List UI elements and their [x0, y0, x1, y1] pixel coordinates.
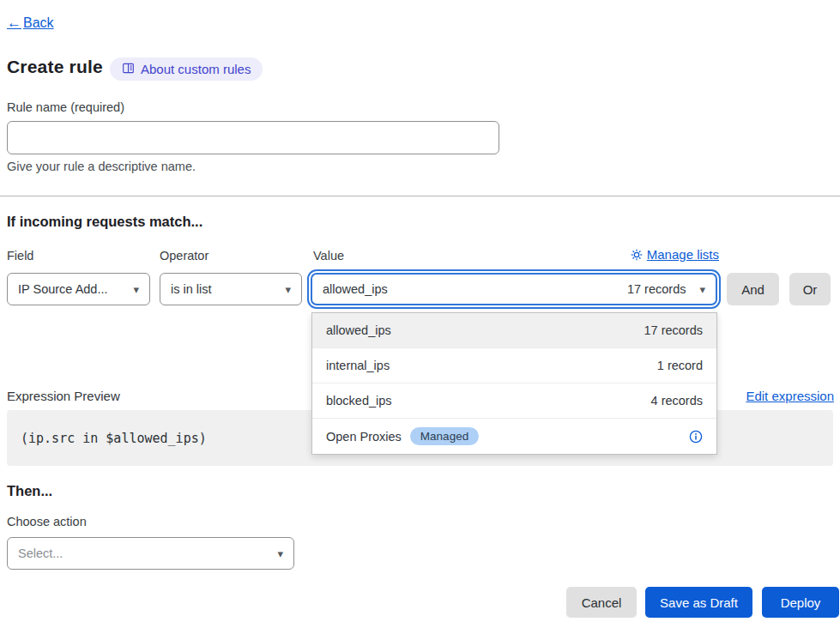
list-item-name: blocked_ips	[326, 394, 392, 408]
or-button[interactable]: Or	[789, 273, 831, 305]
back-label: Back	[23, 15, 54, 31]
list-item-name: allowed_ips	[326, 323, 391, 337]
rule-name-input[interactable]	[7, 121, 499, 154]
list-item-records: 1 record	[657, 359, 703, 372]
back-link[interactable]: ← Back	[7, 15, 54, 32]
expression-preview-label: Expression Preview	[7, 389, 120, 403]
info-icon[interactable]	[689, 430, 703, 444]
manage-lists-link[interactable]: Manage lists	[631, 247, 719, 262]
and-button[interactable]: And	[727, 273, 779, 305]
chevron-down-icon: ▾	[285, 283, 291, 296]
value-dropdown-list: allowed_ips 17 records internal_ips 1 re…	[311, 312, 717, 455]
manage-lists-label: Manage lists	[647, 247, 719, 262]
create-rule-page: { "back": { "arrow": "←", "label": "Back…	[0, 0, 840, 634]
list-item-open-proxies[interactable]: Open Proxies Managed	[312, 419, 716, 454]
about-badge-label: About custom rules	[141, 62, 251, 76]
save-as-draft-button[interactable]: Save as Draft	[645, 587, 752, 618]
operator-select-value: is in list	[171, 282, 212, 296]
field-select-value: IP Source Add...	[18, 282, 108, 296]
list-item-records: 4 records	[651, 394, 703, 408]
list-item-records: 17 records	[644, 323, 703, 337]
choose-action-label: Choose action	[7, 515, 87, 528]
value-select[interactable]: allowed_ips 17 records ▾	[311, 273, 717, 305]
gear-icon	[631, 249, 643, 261]
value-select-records: 17 records	[627, 282, 686, 296]
value-select-value: allowed_ips	[323, 282, 388, 296]
field-select[interactable]: IP Source Add... ▾	[7, 273, 150, 305]
chevron-down-icon: ▾	[699, 283, 705, 296]
then-section-heading: Then...	[7, 483, 52, 499]
chevron-down-icon: ▾	[277, 547, 283, 560]
page-title: Create rule	[7, 57, 103, 77]
value-label: Value	[313, 249, 344, 263]
about-custom-rules-link[interactable]: About custom rules	[110, 57, 263, 81]
operator-select[interactable]: is in list ▾	[160, 273, 302, 305]
field-label: Field	[7, 249, 33, 263]
rule-name-label: Rule name (required)	[7, 100, 124, 114]
match-section-heading: If incoming requests match...	[7, 214, 202, 230]
cancel-button[interactable]: Cancel	[566, 587, 637, 618]
list-item-internal-ips[interactable]: internal_ips 1 record	[312, 348, 716, 383]
list-item-blocked-ips[interactable]: blocked_ips 4 records	[312, 383, 716, 419]
rule-name-helper: Give your rule a descriptive name.	[7, 160, 196, 173]
edit-expression-link[interactable]: Edit expression	[746, 389, 834, 403]
list-item-allowed-ips[interactable]: allowed_ips 17 records	[312, 313, 716, 348]
section-divider	[0, 196, 840, 196]
deploy-button[interactable]: Deploy	[762, 587, 839, 618]
managed-badge: Managed	[410, 427, 479, 445]
expression-code: (ip.src in $allowed_ips)	[21, 431, 207, 446]
chevron-down-icon: ▾	[133, 283, 139, 296]
action-select-placeholder: Select...	[18, 546, 63, 560]
back-arrow-icon: ←	[7, 15, 21, 32]
book-icon	[122, 62, 135, 77]
action-select[interactable]: Select... ▾	[7, 537, 294, 570]
list-item-name: Open Proxies	[326, 430, 402, 444]
operator-label: Operator	[160, 249, 208, 263]
list-item-name: internal_ips	[326, 359, 390, 372]
